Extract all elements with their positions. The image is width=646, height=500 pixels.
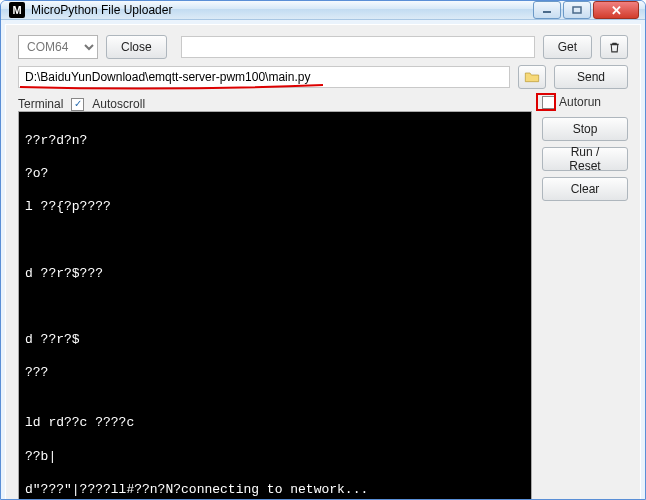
terminal-line: ld rd??c ????c <box>25 415 525 432</box>
app-window: M MicroPython File Uploader ✕ COM64 Clos… <box>0 0 646 500</box>
clear-button[interactable]: Clear <box>542 177 628 201</box>
maximize-button[interactable] <box>563 1 591 19</box>
browse-button[interactable] <box>518 65 546 89</box>
terminal-line: ??r?d?n? <box>25 133 525 150</box>
terminal-line: d ??r?$??? <box>25 266 525 283</box>
terminal-line: l ??{?p???? <box>25 199 525 216</box>
close-port-button[interactable]: Close <box>106 35 167 59</box>
command-input[interactable] <box>181 36 535 58</box>
terminal-line <box>25 232 525 249</box>
close-icon: ✕ <box>611 3 622 18</box>
terminal-line: d"???"|????ll#??n?N?connecting to networ… <box>25 482 525 499</box>
window-title: MicroPython File Uploader <box>31 3 533 17</box>
autoscroll-checkbox[interactable]: ✓ <box>71 98 84 111</box>
terminal-line: ?o? <box>25 166 525 183</box>
folder-icon <box>524 70 540 84</box>
close-window-button[interactable]: ✕ <box>593 1 639 19</box>
svg-rect-1 <box>573 7 581 13</box>
get-button[interactable]: Get <box>543 35 592 59</box>
annotation-autorun-box <box>536 93 556 111</box>
terminal-line: ??b| <box>25 449 525 466</box>
maximize-icon <box>572 6 582 14</box>
delete-button[interactable] <box>600 35 628 59</box>
terminal-label: Terminal <box>18 97 63 111</box>
autoscroll-label: Autoscroll <box>92 97 145 111</box>
terminal-line: d ??r?$ <box>25 332 525 349</box>
minimize-icon <box>542 6 552 14</box>
filepath-input[interactable] <box>18 66 510 88</box>
port-select[interactable]: COM64 <box>18 35 98 59</box>
send-button[interactable]: Send <box>554 65 628 89</box>
trash-icon <box>608 41 621 54</box>
app-icon: M <box>9 2 25 18</box>
titlebar[interactable]: M MicroPython File Uploader ✕ <box>1 1 645 20</box>
run-reset-button[interactable]: Run / Reset <box>542 147 628 171</box>
stop-button[interactable]: Stop <box>542 117 628 141</box>
minimize-button[interactable] <box>533 1 561 19</box>
terminal-line: ??? <box>25 365 525 382</box>
autorun-label: Autorun <box>559 95 601 109</box>
terminal-output[interactable]: ??r?d?n? ?o? l ??{?p???? d ??r?$??? d ??… <box>18 111 532 500</box>
client-area: COM64 Close Get Send <box>5 24 641 500</box>
